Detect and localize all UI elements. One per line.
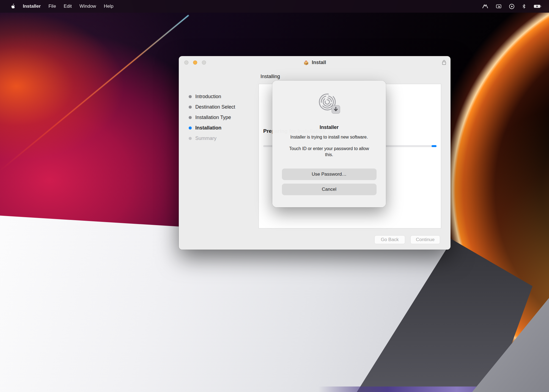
go-back-button[interactable]: Go Back — [374, 235, 405, 244]
window-titlebar[interactable]: Install — [179, 56, 451, 69]
play-menu-extra[interactable] — [507, 0, 517, 13]
desktop: Installer File Edit Window Help — [0, 0, 549, 392]
play-circle-icon — [509, 4, 514, 9]
progress-indicator — [432, 145, 437, 147]
step-destination-select: Destination Select — [189, 102, 235, 112]
pane-header: Installing — [260, 74, 280, 79]
dialog-message: Installer is trying to install new softw… — [279, 135, 379, 140]
menu-bar: Installer File Edit Window Help — [0, 0, 549, 13]
step-bullet — [189, 95, 192, 98]
installer-package-icon — [303, 59, 309, 65]
menu-bar-left: Installer File Edit Window Help — [0, 0, 117, 13]
continue-button[interactable]: Continue — [410, 235, 440, 244]
dialog-instruction: Touch ID or enter your password to allow… — [288, 146, 370, 158]
battery-charging-icon — [534, 4, 542, 9]
step-installation-type: Installation Type — [189, 112, 235, 123]
dialog-title: Installer — [320, 125, 339, 130]
step-installation: Installation — [189, 123, 235, 133]
mountain-logo-menu-extra[interactable] — [480, 0, 491, 13]
menu-edit[interactable]: Edit — [60, 0, 76, 13]
step-bullet — [189, 137, 192, 140]
menu-help[interactable]: Help — [100, 0, 117, 13]
step-introduction: Introduction — [189, 91, 235, 102]
battery-menu-extra[interactable] — [531, 0, 544, 13]
step-bullet — [189, 116, 192, 119]
minimize-button[interactable] — [193, 60, 197, 65]
menu-window[interactable]: Window — [76, 0, 100, 13]
screen-mirroring-icon — [496, 4, 501, 9]
menu-file[interactable]: File — [45, 0, 60, 13]
step-bullet — [189, 106, 192, 109]
apple-menu[interactable] — [7, 0, 19, 13]
zoom-button[interactable] — [202, 60, 206, 65]
lock-icon — [442, 60, 446, 65]
close-button[interactable] — [184, 60, 188, 65]
download-badge-icon — [332, 105, 340, 114]
install-steps-list: Introduction Destination Select Installa… — [189, 91, 235, 143]
window-title: Install — [312, 60, 326, 65]
screen-mirroring-menu-extra[interactable] — [493, 0, 504, 13]
step-summary: Summary — [189, 133, 235, 143]
window-title-area: Install — [179, 59, 451, 65]
apple-icon — [10, 4, 15, 9]
touch-id-dialog: Installer Installer is trying to install… — [272, 81, 386, 207]
bluetooth-menu-extra[interactable] — [520, 0, 528, 13]
touch-id-fingerprint-icon — [317, 92, 341, 114]
menu-bar-status-area — [480, 0, 549, 13]
use-password-button[interactable]: Use Password… — [282, 169, 377, 180]
traffic-lights — [184, 56, 206, 69]
step-bullet — [189, 126, 192, 129]
cancel-button[interactable]: Cancel — [282, 184, 377, 195]
mountain-logo-icon — [482, 4, 488, 9]
bluetooth-icon — [522, 4, 526, 9]
menu-app-name[interactable]: Installer — [19, 0, 45, 13]
